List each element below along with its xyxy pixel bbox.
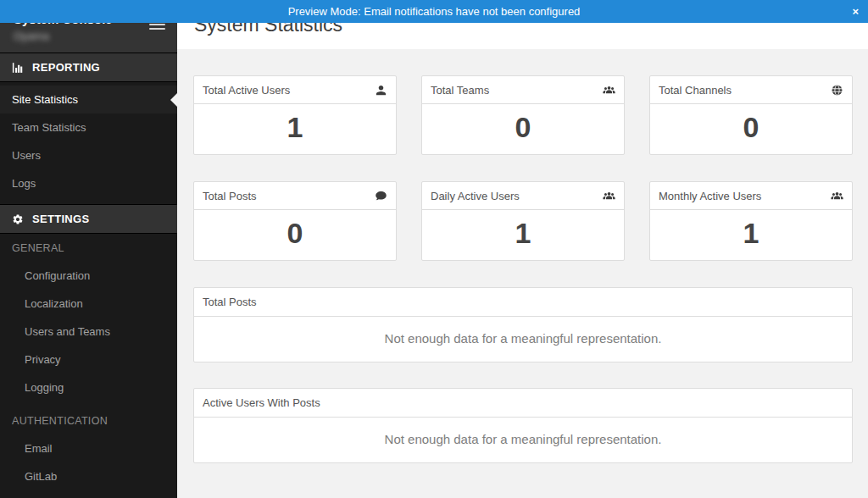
stat-card-value: 0 <box>650 104 852 154</box>
stat-card-label: Total Channels <box>659 84 732 97</box>
sidebar-item-team-statistics[interactable]: Team Statistics <box>0 113 177 141</box>
users-icon <box>831 190 843 202</box>
sidebar-item-logs[interactable]: Logs <box>0 169 177 197</box>
bar-chart-icon <box>12 62 24 74</box>
globe-icon <box>831 84 843 97</box>
section-label-settings: SETTINGS <box>32 213 89 225</box>
stat-card-total-channels: Total Channels 0 <box>649 75 853 155</box>
stat-cards-grid: Total Active Users 1 Total Teams 0 <box>193 75 853 261</box>
preview-mode-banner: Preview Mode: Email notifications have n… <box>0 0 868 23</box>
stat-card-value: 1 <box>422 210 624 260</box>
comment-icon <box>375 190 387 202</box>
sidebar-item-email[interactable]: Email <box>0 434 177 462</box>
stat-card-total-teams: Total Teams 0 <box>421 75 625 155</box>
panel-total-posts: Total Posts Not enough data for a meanin… <box>193 287 853 362</box>
sidebar-item-users-and-teams[interactable]: Users and Teams <box>0 318 177 346</box>
close-icon[interactable]: × <box>852 0 859 23</box>
sidebar-item-privacy[interactable]: Privacy <box>0 346 177 374</box>
gear-icon <box>12 213 24 225</box>
stat-card-value: 1 <box>194 104 396 154</box>
sidebar: System Console Oyama REPORTING Site Stat… <box>0 0 177 498</box>
stat-card-label: Total Teams <box>431 84 489 97</box>
panel-empty-message: Not enough data for a meaningful represe… <box>194 418 852 462</box>
stat-card-value: 1 <box>650 210 852 260</box>
users-icon <box>603 84 615 97</box>
stat-card-label: Daily Active Users <box>431 190 520 202</box>
panel-active-users-with-posts: Active Users With Posts Not enough data … <box>193 388 853 463</box>
settings-nav: GENERAL Configuration Localization Users… <box>0 234 177 497</box>
stat-card-label: Monthly Active Users <box>659 190 761 202</box>
group-label-general: GENERAL <box>0 235 177 262</box>
section-label-reporting: REPORTING <box>32 61 100 74</box>
users-icon <box>603 190 615 202</box>
sidebar-item-localization[interactable]: Localization <box>0 290 177 318</box>
stat-card-monthly-active-users: Monthly Active Users 1 <box>649 181 853 261</box>
main-content: System Statistics Total Active Users 1 T… <box>177 0 868 498</box>
statistics-content: Total Active Users 1 Total Teams 0 <box>177 49 868 463</box>
stat-card-label: Total Active Users <box>203 84 290 97</box>
username-redacted: Oyama <box>14 30 73 42</box>
group-label-authentication: AUTHENTICATION <box>0 401 177 434</box>
stat-card-daily-active-users: Daily Active Users 1 <box>421 181 625 261</box>
sidebar-section-settings: SETTINGS <box>0 204 177 234</box>
panel-title: Active Users With Posts <box>194 389 852 418</box>
sidebar-item-site-statistics[interactable]: Site Statistics <box>0 86 177 113</box>
stat-card-label: Total Posts <box>203 190 257 202</box>
stat-card-value: 0 <box>194 210 396 260</box>
sidebar-item-users[interactable]: Users <box>0 141 177 169</box>
user-icon <box>375 84 387 97</box>
stat-card-total-posts: Total Posts 0 <box>193 181 397 261</box>
panel-title: Total Posts <box>194 288 852 317</box>
stat-card-total-active-users: Total Active Users 1 <box>193 75 397 155</box>
stat-card-value: 0 <box>422 104 624 154</box>
sidebar-section-reporting: REPORTING <box>0 53 177 82</box>
sidebar-item-gitlab[interactable]: GitLab <box>0 462 177 490</box>
sidebar-item-logging[interactable]: Logging <box>0 374 177 401</box>
banner-text: Preview Mode: Email notifications have n… <box>288 5 581 18</box>
panel-empty-message: Not enough data for a meaningful represe… <box>194 317 852 362</box>
sidebar-item-configuration[interactable]: Configuration <box>0 262 177 290</box>
reporting-nav: Site Statistics Team Statistics Users Lo… <box>0 82 177 204</box>
